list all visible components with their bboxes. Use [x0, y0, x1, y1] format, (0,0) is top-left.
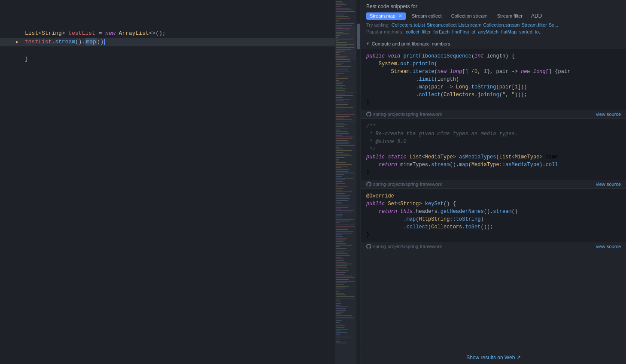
- snippet-2-source: spring-projects/spring-framework: [366, 182, 442, 187]
- try-link-stream-collect[interactable]: Stream.collect: [427, 22, 457, 27]
- popular-methods-row: Popular methods: collect filter forEach …: [366, 29, 621, 34]
- popular-more[interactable]: to...: [535, 29, 543, 34]
- snippet-2-source-row: spring-projects/spring-framework view so…: [361, 180, 626, 188]
- popular-anymatch[interactable]: anyMatch: [478, 29, 498, 34]
- editor-empty-space: [0, 64, 361, 321]
- editor-content: List<String> testList = new ArrayList<>(…: [0, 0, 361, 325]
- tag-stream-collect[interactable]: Stream collect: [408, 12, 445, 19]
- snippet-1-view-source[interactable]: view source: [596, 112, 621, 117]
- snippet-1-title-row: ⚡ Compute and print fibonacci numbers: [361, 38, 626, 49]
- popular-filter[interactable]: filter: [422, 29, 431, 34]
- snippet-card-1: ⚡ Compute and print fibonacci numbers pu…: [361, 38, 626, 119]
- github-icon: [366, 112, 371, 117]
- editor-line: [0, 21, 361, 29]
- suggestions-body[interactable]: ⚡ Compute and print fibonacci numbers pu…: [361, 38, 626, 351]
- snippet-2-code[interactable]: /** * Re-create the given mime types as …: [361, 119, 626, 180]
- popular-foreach[interactable]: forEach: [433, 29, 450, 34]
- popular-of[interactable]: of: [471, 29, 475, 34]
- github-icon-2: [366, 182, 371, 187]
- scrollbar-thumb[interactable]: [357, 24, 360, 49]
- active-tag-label: Stream.map: [370, 13, 395, 18]
- editor-line: [0, 46, 361, 55]
- editor-line-3[interactable]: }: [0, 55, 361, 64]
- tags-row: Stream.map ✕ Stream collect Collection s…: [366, 12, 621, 20]
- try-link-stream-filter[interactable]: Stream.filter: [521, 22, 547, 27]
- try-link-list-stream[interactable]: List.stream: [459, 22, 482, 27]
- popular-collect[interactable]: collect: [406, 29, 419, 34]
- snippet-3-view-source[interactable]: view source: [596, 244, 621, 249]
- snippet-3-source: spring-projects/spring-framework: [366, 244, 442, 249]
- suggestions-panel: Best code snippets for: Stream.map ✕ Str…: [361, 0, 626, 364]
- best-snippets-label: Best code snippets for:: [366, 3, 621, 9]
- tag-collection-stream[interactable]: Collection stream: [448, 12, 491, 19]
- editor-line: [0, 3, 361, 12]
- popular-flatmap[interactable]: flatMap: [501, 29, 517, 34]
- try-link-collectors-tolist[interactable]: Collectors.toList: [392, 22, 425, 27]
- snippet-card-3: @Override public Set<String> keySet() { …: [361, 189, 626, 251]
- snippet-3-source-text: spring-projects/spring-framework: [373, 244, 442, 249]
- popular-sorted[interactable]: sorted: [519, 29, 532, 34]
- snippet-2-source-text: spring-projects/spring-framework: [373, 182, 442, 187]
- tag-stream-filter[interactable]: Stream filter: [494, 12, 526, 19]
- active-tag[interactable]: Stream.map ✕: [366, 12, 406, 20]
- snippet-card-2: /** * Re-create the given mime types as …: [361, 119, 626, 189]
- try-adding-row: Try adding: Collectors.toList Stream.col…: [366, 22, 621, 27]
- snippet-1-title: Compute and print fibonacci numbers: [372, 41, 450, 46]
- add-button[interactable]: ADD: [529, 12, 544, 20]
- snippet-2-view-source[interactable]: view source: [596, 182, 621, 187]
- popular-findfirst[interactable]: findFirst: [452, 29, 469, 34]
- vertical-scrollbar[interactable]: [356, 0, 361, 364]
- try-adding-label: Try adding:: [366, 22, 390, 27]
- snippet-1-source: spring-projects/spring-framework: [366, 112, 442, 117]
- try-link-more[interactable]: Se...: [549, 22, 559, 27]
- tag-label: Stream filter: [497, 13, 523, 18]
- github-icon-3: [366, 244, 371, 249]
- tag-label: Collection stream: [451, 13, 488, 18]
- try-link-collection-stream[interactable]: Collection.stream: [483, 22, 520, 27]
- snippet-3-source-row: spring-projects/spring-framework view so…: [361, 242, 626, 251]
- editor-line: [0, 12, 361, 21]
- popular-methods-label: Popular methods:: [366, 29, 403, 34]
- editor-line-1[interactable]: List<String> testList = new ArrayList<>(…: [0, 29, 361, 38]
- show-web-link[interactable]: Show results on Web ↗: [466, 355, 521, 361]
- suggestions-footer: Show results on Web ↗: [361, 351, 626, 364]
- snippet-1-source-row: spring-projects/spring-framework view so…: [361, 110, 626, 118]
- editor-line-2[interactable]: ● testList.stream().map(): [0, 38, 361, 46]
- tag-close-icon[interactable]: ✕: [398, 13, 402, 18]
- snippet-1-icon: ⚡: [366, 41, 369, 46]
- tag-label: Stream collect: [412, 13, 442, 18]
- snippet-3-code[interactable]: @Override public Set<String> keySet() { …: [361, 189, 626, 242]
- suggestions-header: Best code snippets for: Stream.map ✕ Str…: [361, 0, 626, 38]
- snippet-1-source-text: spring-projects/spring-framework: [373, 112, 442, 117]
- snippet-1-code[interactable]: public void printFibonacciSequence(int l…: [361, 49, 626, 110]
- editor-panel: List<String> testList = new ArrayList<>(…: [0, 0, 361, 364]
